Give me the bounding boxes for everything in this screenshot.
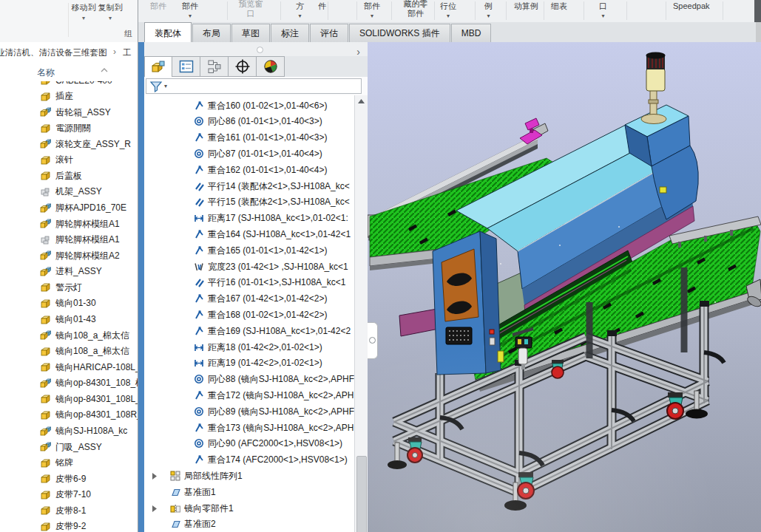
- panel-tab-dimxpertmanager[interactable]: [229, 56, 257, 77]
- list-item[interactable]: 脚轮脚杯模组A1: [0, 232, 138, 248]
- list-item[interactable]: 脚轮脚杯模组A2: [0, 248, 138, 264]
- mate-row[interactable]: 重合162 (01-01<1>,01-40<4>): [144, 162, 355, 178]
- list-item[interactable]: 镜向01-43: [0, 312, 138, 328]
- mate-row[interactable]: 重合172 (镜向SJ-H108A_kc<2>,APH: [144, 387, 355, 403]
- list-item[interactable]: 进料_ASSY: [0, 264, 138, 280]
- ribbon-button[interactable]: 口▾: [599, 1, 607, 19]
- tab-布局[interactable]: 布局: [192, 24, 231, 42]
- move-to-button[interactable]: 移动到 ▾: [70, 2, 97, 21]
- mate-row[interactable]: 距离17 (SJ-H108A_kc<1>,01-02<1:: [144, 211, 355, 227]
- feature-row[interactable]: 局部线性阵列1: [144, 468, 355, 484]
- list-item[interactable]: 镜向op-84301_108L_棉太信: [0, 391, 138, 407]
- list-item[interactable]: 電源開關: [0, 120, 138, 137]
- list-item[interactable]: 机架_ASSY: [0, 184, 138, 200]
- list-item[interactable]: 警示灯: [0, 279, 138, 296]
- list-item[interactable]: 铭牌: [0, 455, 138, 471]
- feature-row[interactable]: 基准面1: [144, 484, 355, 500]
- feature-row[interactable]: 基准面2: [144, 516, 355, 532]
- list-item[interactable]: 镜向SJ-H108A_kc: [0, 423, 138, 440]
- mate-row[interactable]: 距离19 (01-42<2>,01-02<1>): [144, 355, 355, 372]
- mate-row[interactable]: 重合173 (镜向SJ-H108A_kc<2>,APH: [144, 420, 355, 436]
- list-item[interactable]: 后盖板: [0, 168, 138, 184]
- list-item[interactable]: 镜向op-84301_108_棉太信: [0, 375, 138, 392]
- mate-row[interactable]: 重合167 (01-42<1>,01-42<2>): [144, 291, 355, 307]
- list-item[interactable]: 皮带8-1: [0, 502, 138, 519]
- mate-row[interactable]: 距离18 (01-42<2>,01-02<1>): [144, 339, 355, 355]
- file-name: 镜向108_a_棉太信: [55, 330, 129, 342]
- mate-row[interactable]: 重合164 (SJ-H108A_kc<1>,01-42<1: [144, 226, 355, 242]
- panel-tab-displaymanager[interactable]: [257, 56, 285, 77]
- list-item[interactable]: 镜向108_a_棉太信: [0, 344, 138, 360]
- list-item[interactable]: 皮带9-2: [0, 519, 138, 532]
- ribbon-button[interactable]: 藏的零部件: [402, 0, 430, 18]
- ribbon-button[interactable]: 件: [318, 1, 326, 11]
- list-item[interactable]: 滚针: [0, 152, 138, 168]
- chevron-down-icon: ▾: [97, 16, 124, 21]
- tree-filter-input[interactable]: ▾: [146, 78, 362, 94]
- list-item[interactable]: 滚轮支座_ASSY_R: [0, 136, 138, 152]
- mate-row[interactable]: 重合174 (AFC2000<1>,HSV08<1>): [144, 452, 355, 468]
- feature-row[interactable]: 镜向零部件1: [144, 500, 355, 516]
- list-item[interactable]: 插座: [0, 89, 138, 105]
- mate-row[interactable]: 同心88 (镜向SJ-H108A_kc<2>,APHF: [144, 372, 355, 388]
- list-item[interactable]: 皮带6-9: [0, 471, 138, 487]
- list-item[interactable]: 齿轮箱_ASSY: [0, 104, 138, 120]
- viewport-3d[interactable]: [368, 42, 761, 532]
- mate-row[interactable]: 平行14 (装配体2<1>,SJ-H108A_kc<: [144, 178, 355, 194]
- panel-splitter[interactable]: [144, 42, 368, 56]
- ribbon-button[interactable]: 部件▾: [182, 1, 198, 19]
- ribbon-button[interactable]: 方▾: [296, 1, 304, 19]
- tab-SOLIDWORKS 插件[interactable]: SOLIDWORKS 插件: [349, 24, 450, 42]
- ribbon-button[interactable]: 动算例: [514, 1, 538, 11]
- scroll-up-button[interactable]: [355, 95, 368, 107]
- ribbon-button[interactable]: 例▾: [484, 1, 493, 19]
- panel-tab-propertymanager[interactable]: [172, 56, 200, 77]
- mate-row[interactable]: 同心86 (01-01<1>,01-40<3>): [144, 114, 355, 130]
- mate-row[interactable]: 重合165 (01-01<1>,01-42<1>): [144, 242, 355, 259]
- ribbon-button[interactable]: Speedpak: [673, 1, 710, 11]
- ribbon-button[interactable]: 部件▾: [364, 1, 380, 19]
- mate-row[interactable]: 同心89 (镜向SJ-H108A_kc<2>,APHF: [144, 403, 355, 420]
- breadcrumb[interactable]: 业清洁机、清洁设备三维套图 › 工: [0, 42, 138, 63]
- list-item[interactable]: 皮带7-10: [0, 487, 138, 503]
- tab-装配体[interactable]: 装配体: [144, 22, 192, 42]
- ribbon-button[interactable]: 细表: [551, 1, 567, 11]
- tree-item-label: 距离18 (01-42<2>,01-02<1>): [208, 341, 322, 354]
- panel-tab-configurationmanager[interactable]: [200, 56, 229, 77]
- list-header[interactable]: 名称: [0, 62, 138, 81]
- ribbon-button[interactable]: 行位▾: [440, 1, 456, 19]
- list-item[interactable]: 镜向op-84301_108R_棉太信: [0, 407, 138, 423]
- list-item[interactable]: 镜向01-30: [0, 296, 138, 312]
- expand-arrow-icon[interactable]: [152, 473, 157, 480]
- list-item[interactable]: 脚杯AJPD16_70E: [0, 200, 138, 216]
- tree-scrollbar[interactable]: [354, 95, 368, 532]
- scroll-thumb[interactable]: [356, 456, 367, 532]
- panel-tab-featuremanager[interactable]: [144, 56, 172, 77]
- tab-标注[interactable]: 标注: [271, 24, 309, 42]
- list-item[interactable]: 镜向108_a_棉太信: [0, 327, 138, 344]
- mate-row[interactable]: 同心87 (01-01<1>,01-40<4>): [144, 146, 355, 162]
- mate-row[interactable]: 同心90 (AFC2000<1>,HSV08<1>): [144, 436, 355, 452]
- ribbon-group-separator: [227, 1, 228, 20]
- ribbon-button[interactable]: 部件: [150, 1, 166, 11]
- expand-arrow-icon[interactable]: [152, 505, 157, 512]
- list-item[interactable]: 脚轮脚杯模组A1: [0, 216, 138, 232]
- feature-tree: 重合160 (01-02<1>,01-40<6>)同心86 (01-01<1>,…: [144, 95, 355, 532]
- panel-collapse-handle[interactable]: [368, 322, 378, 359]
- tab-MBD[interactable]: MBD: [451, 24, 492, 42]
- mate-row[interactable]: 重合161 (01-01<1>,01-40<3>): [144, 130, 355, 146]
- list-item[interactable]: 镜向HARICAP-108L_棉太信: [0, 359, 138, 375]
- ribbon-button[interactable]: 预览窗口: [237, 0, 265, 18]
- mate-row[interactable]: 平行16 (01-01<1>,SJ-H108A_kc<1: [144, 275, 355, 291]
- panel-expand-chevron[interactable]: ›: [356, 46, 360, 58]
- list-item[interactable]: 门吸_ASSY: [0, 439, 138, 455]
- mate-row[interactable]: 重合169 (SJ-H108A_kc<1>,01-42<2: [144, 323, 355, 339]
- part-file-icon: [39, 393, 52, 405]
- mate-row[interactable]: 宽度23 (01-42<1> ,SJ-H108A_kc<1: [144, 259, 355, 275]
- tab-评估[interactable]: 评估: [310, 24, 348, 42]
- mate-row[interactable]: 重合160 (01-02<1>,01-40<6>): [144, 98, 355, 114]
- mate-row[interactable]: 平行15 (装配体2<1>,SJ-H108A_kc<: [144, 194, 355, 211]
- tab-草图[interactable]: 草图: [231, 24, 270, 42]
- mate-row[interactable]: 重合168 (01-02<1>,01-42<2>): [144, 307, 355, 323]
- copy-to-button[interactable]: 复制到 ▾: [97, 2, 124, 21]
